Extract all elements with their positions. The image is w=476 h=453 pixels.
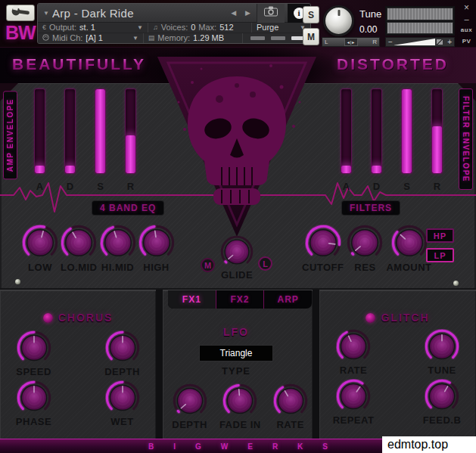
- knob-speed[interactable]: SPEED: [17, 330, 51, 377]
- slider-d[interactable]: D: [64, 88, 76, 192]
- slider-track[interactable]: [125, 88, 136, 174]
- tab-arp[interactable]: ARP: [263, 290, 312, 309]
- voices-label: Voices:: [161, 23, 188, 32]
- knob-wet[interactable]: WET: [105, 380, 140, 427]
- slider-track[interactable]: [371, 88, 382, 174]
- lfo-type-select[interactable]: Triangle: [199, 345, 273, 361]
- pan-left-label: L: [322, 39, 328, 45]
- midi-channel-select[interactable]: Midi Ch: [A] 1 ▼: [38, 33, 144, 43]
- knob-label: SPEED: [16, 366, 51, 377]
- snapshot-button[interactable]: [257, 4, 285, 23]
- highpass-button[interactable]: HP: [426, 228, 454, 243]
- volume-minus[interactable]: −: [388, 38, 393, 46]
- tab-fx2[interactable]: FX2: [216, 290, 264, 309]
- knob-label: REPEAT: [333, 414, 375, 426]
- knob-label: HI.MID: [101, 262, 134, 273]
- mono-button[interactable]: M: [201, 258, 215, 272]
- camera-icon: [264, 6, 278, 20]
- volume-wedge: [394, 39, 435, 45]
- knob-label: TUNE: [428, 365, 456, 376]
- slider-track[interactable]: [401, 88, 412, 174]
- purge-meter: [243, 33, 310, 43]
- purge-bar: [250, 36, 265, 40]
- slider-d[interactable]: D: [371, 88, 382, 192]
- slider-fill: [402, 89, 412, 173]
- tab-fx1[interactable]: FX1: [168, 290, 216, 309]
- memory-label: Memory:: [157, 33, 190, 42]
- slider-label: D: [67, 181, 73, 192]
- close-icon[interactable]: ×: [464, 4, 469, 11]
- knob-hi-mid[interactable]: HI.MID: [100, 225, 136, 273]
- voices-readout: ♫ Voices: 0 Max: 512: [148, 23, 252, 33]
- aux-button[interactable]: aux: [461, 26, 472, 33]
- solo-button[interactable]: S: [303, 6, 319, 23]
- knob-high[interactable]: HIGH: [138, 225, 175, 273]
- minimize-icon[interactable]: –: [464, 16, 468, 22]
- output-label: Output:: [49, 23, 76, 32]
- pv-button[interactable]: PV: [462, 38, 471, 45]
- chevron-down-icon: ▼: [137, 24, 143, 31]
- knob-rate[interactable]: RATE: [336, 329, 371, 376]
- knob-depth[interactable]: DEPTH: [172, 383, 207, 430]
- slider-a[interactable]: A: [341, 88, 352, 192]
- knob-label: RATE: [340, 365, 367, 376]
- slider-s[interactable]: S: [401, 88, 412, 192]
- output-value: st. 1: [79, 23, 95, 32]
- slider-track[interactable]: [341, 88, 352, 174]
- slider-s[interactable]: S: [95, 88, 106, 192]
- knob-label: GLIDE: [221, 269, 253, 281]
- volume-plus[interactable]: +: [447, 38, 452, 46]
- slider-fill: [65, 166, 75, 173]
- knob-label: LOW: [28, 262, 52, 273]
- knob-label: CUTOFF: [302, 262, 344, 273]
- knob-repeat[interactable]: REPEAT: [336, 379, 371, 426]
- lfo-knobs: DEPTH FADE IN RATE: [168, 383, 312, 430]
- chorus-led-icon[interactable]: [43, 313, 53, 323]
- slider-track[interactable]: [64, 88, 76, 174]
- next-instrument-icon[interactable]: ▶: [242, 9, 254, 17]
- memory-value: 1.29 MB: [193, 33, 224, 42]
- volume-handle[interactable]: [436, 39, 443, 45]
- mute-button[interactable]: M: [303, 28, 319, 45]
- lowpass-button[interactable]: LP: [426, 248, 454, 262]
- slider-fill: [126, 135, 135, 173]
- tune-knob[interactable]: [323, 5, 354, 36]
- slider-track[interactable]: [95, 88, 106, 174]
- memory-icon: ▤: [148, 34, 155, 42]
- knob-res[interactable]: RES: [347, 225, 383, 273]
- knob-phase[interactable]: PHASE: [17, 380, 51, 427]
- knob-glide[interactable]: GLIDE: [220, 235, 254, 281]
- purge-menu[interactable]: Purge ▼: [252, 23, 310, 33]
- glitch-led-icon[interactable]: [366, 313, 375, 323]
- kontakt-instrument-window: BW ▼ Arp - Dark Ride ◀ ▶: [0, 0, 476, 453]
- knob-tune[interactable]: TUNE: [425, 329, 459, 376]
- output-select[interactable]: € Output: st. 1 ▼: [38, 23, 148, 33]
- slider-track[interactable]: [431, 88, 443, 174]
- knob-fade-in[interactable]: FADE IN: [219, 383, 261, 430]
- chevron-down-icon[interactable]: ▼: [43, 10, 49, 17]
- knob-low[interactable]: LOW: [22, 225, 58, 273]
- prev-instrument-icon[interactable]: ◀: [228, 9, 239, 17]
- knob-amount[interactable]: AMOUNT: [386, 225, 431, 273]
- slider-label: S: [403, 181, 410, 192]
- max-label: Max:: [198, 23, 216, 32]
- knob-feed-b[interactable]: FEED.B: [425, 379, 459, 426]
- slider-a[interactable]: A: [34, 88, 45, 192]
- knob-lo-mid[interactable]: LO.MID: [61, 225, 98, 273]
- skull-triangle-emblem: [156, 57, 318, 238]
- slider-r[interactable]: R: [431, 88, 443, 192]
- slider-label: A: [343, 181, 350, 192]
- slider-r[interactable]: R: [125, 88, 136, 192]
- legato-button[interactable]: L: [258, 256, 272, 271]
- knob-rate[interactable]: RATE: [273, 383, 308, 430]
- tune-label: Tune: [359, 8, 381, 20]
- volume-slider[interactable]: − +: [385, 37, 455, 47]
- slider-track[interactable]: [34, 88, 45, 174]
- knob-depth[interactable]: DEPTH: [105, 330, 140, 377]
- pan-handle[interactable]: ◂|▸: [344, 38, 358, 46]
- filter-envelope-sliders: A D S R: [341, 88, 443, 192]
- eq-section-title: 4 BAND EQ: [92, 201, 163, 215]
- edit-instrument-button[interactable]: [6, 5, 35, 21]
- knob-cutoff[interactable]: CUTOFF: [302, 225, 344, 273]
- pan-slider[interactable]: L ◂|▸ R: [322, 37, 380, 47]
